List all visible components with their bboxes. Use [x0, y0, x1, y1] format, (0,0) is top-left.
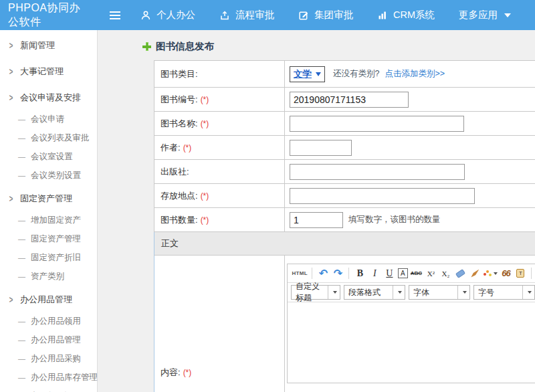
dash-icon: [18, 336, 25, 344]
quantity-label: 图书数量:: [160, 214, 198, 226]
strikethrough-button[interactable]: ABC: [410, 266, 423, 280]
sidebar-item-meeting-apply[interactable]: 会议申请: [0, 110, 97, 128]
undo-icon[interactable]: ↶: [317, 266, 330, 280]
main-content: 图书信息发布 图书类目: 文学 还没有类别? 点击添加类别>> 图书编号:(*): [98, 30, 535, 392]
sidebar-item-add-asset[interactable]: 增加固定资产: [0, 211, 97, 229]
superscript-button[interactable]: X²: [425, 266, 437, 280]
sidebar: 新闻管理 大事记管理 会议申请及安排 会议申请 会议列表及审批 会议室设置 会议…: [0, 30, 98, 392]
required-mark: (*): [201, 191, 209, 201]
nav-item-personal-office[interactable]: 个人办公: [140, 9, 195, 21]
dash-icon: [18, 272, 25, 280]
font-family-select[interactable]: 字体: [409, 285, 470, 300]
nav-item-group-approval[interactable]: 集团审批: [298, 9, 353, 21]
dash-icon: [18, 171, 25, 179]
color-palette-icon[interactable]: [484, 266, 498, 280]
app-logo: PHPOA协同办公软件: [0, 1, 86, 29]
underline-button[interactable]: U: [383, 266, 396, 280]
author-input[interactable]: [290, 140, 352, 156]
paragraph-format-select[interactable]: 段落格式: [344, 285, 405, 300]
form-row-book-no: 图书编号:(*): [154, 88, 535, 112]
category-select[interactable]: 文学: [290, 66, 325, 82]
book-no-input[interactable]: [290, 92, 409, 108]
dash-icon: [18, 134, 25, 142]
sidebar-item-asset-depreciation[interactable]: 固定资产折旧: [0, 248, 97, 267]
process-approval-icon: [219, 10, 230, 21]
book-name-label: 图书名称:: [160, 118, 198, 130]
body-section-header: 正文: [154, 232, 535, 256]
form-row-location: 存放地点:(*): [154, 184, 535, 208]
book-name-input[interactable]: [290, 116, 464, 132]
dash-icon: [18, 115, 25, 123]
user-icon: [140, 10, 151, 21]
nav-item-crm[interactable]: CRM系统: [377, 9, 435, 21]
editor-content-area[interactable]: [288, 302, 535, 383]
editor-toolbar-row1: HTML ↶ ↷ B I U A ABC X² X₂: [288, 264, 535, 283]
sidebar-item-meeting[interactable]: 会议申请及安排: [0, 86, 97, 110]
sidebar-item-supplies-stock[interactable]: 办公用品库存管理: [0, 368, 97, 387]
eraser-icon[interactable]: [454, 266, 467, 280]
sidebar-item-fixed-assets[interactable]: 固定资产管理: [0, 187, 97, 211]
hamburger-menu-icon[interactable]: [110, 11, 118, 19]
custom-title-select[interactable]: 自定义标题: [291, 285, 340, 300]
dash-icon: [18, 216, 25, 224]
blockquote-button[interactable]: 66: [500, 266, 512, 280]
chevron-right-icon: [9, 294, 13, 305]
nav-item-process-approval[interactable]: 流程审批: [219, 9, 274, 21]
category-hint: 还没有类别?: [333, 68, 379, 80]
redo-icon[interactable]: ↷: [332, 266, 344, 280]
publisher-input[interactable]: [290, 164, 465, 180]
sidebar-item-meeting-room[interactable]: 会议室设置: [0, 147, 97, 166]
italic-button[interactable]: I: [368, 266, 381, 280]
subscript-button[interactable]: X₂: [439, 266, 452, 280]
sidebar-item-meeting-list[interactable]: 会议列表及审批: [0, 128, 97, 147]
dash-icon: [18, 153, 25, 161]
add-category-link[interactable]: 点击添加类别>>: [385, 68, 445, 80]
quantity-input[interactable]: [290, 212, 343, 228]
rich-text-editor: HTML ↶ ↷ B I U A ABC X² X₂: [287, 264, 535, 383]
quantity-hint: 填写数字，该图书的数量: [348, 214, 441, 225]
required-mark: (*): [201, 215, 209, 225]
paste-icon[interactable]: T: [514, 266, 527, 280]
form-row-quantity: 图书数量:(*) 填写数字，该图书的数量: [154, 208, 535, 232]
chevron-right-icon: [9, 92, 13, 103]
required-mark: (*): [201, 95, 209, 104]
html-source-button[interactable]: HTML: [292, 266, 308, 280]
sidebar-item-supplies-claim[interactable]: 办公用品领用: [0, 312, 97, 330]
sidebar-item-asset-category[interactable]: 资产类别: [0, 267, 97, 286]
select-caret-icon: [316, 72, 321, 76]
location-input[interactable]: [290, 188, 475, 204]
sidebar-item-meeting-category[interactable]: 会议类别设置: [0, 166, 97, 185]
dash-icon: [18, 235, 25, 243]
font-size-select[interactable]: 字号: [473, 285, 535, 300]
required-mark: (*): [183, 368, 192, 377]
group-approval-icon: [298, 10, 309, 21]
sidebar-item-events[interactable]: 大事记管理: [0, 60, 97, 84]
sidebar-item-asset-manage[interactable]: 固定资产管理: [0, 229, 97, 248]
green-plus-icon: [142, 42, 151, 51]
sidebar-item-supplies-manage[interactable]: 办公用品管理: [0, 330, 97, 349]
chevron-right-icon: [9, 66, 13, 77]
sidebar-item-office-supplies[interactable]: 办公用品管理: [0, 288, 97, 312]
top-bar: PHPOA协同办公软件 个人办公 流程审批 集团审批 CRM系统 更多应用: [0, 0, 535, 30]
dash-icon: [18, 355, 25, 363]
sidebar-item-supplies-purchase[interactable]: 办公用品采购: [0, 349, 97, 368]
nav-item-more-apps[interactable]: 更多应用: [459, 9, 511, 21]
sidebar-item-approval-permission[interactable]: 审批权限设置: [0, 387, 97, 392]
dash-icon: [18, 254, 25, 262]
book-no-label: 图书编号:: [160, 94, 198, 106]
content-label: 内容:: [160, 367, 181, 377]
dash-icon: [18, 373, 25, 381]
editor-toolbar-row2: 自定义标题 段落格式 字体 字号: [288, 283, 535, 302]
autotypeset-button[interactable]: A: [398, 268, 408, 278]
form-row-author: 作者:(*): [154, 136, 535, 160]
page-title: 图书信息发布: [156, 40, 214, 53]
chevron-right-icon: [9, 193, 13, 204]
form-row-content: 内容:(*) HTML ↶ ↷ B I U A: [154, 256, 535, 392]
dash-icon: [18, 317, 25, 325]
sidebar-item-news[interactable]: 新闻管理: [0, 33, 97, 58]
format-brush-icon[interactable]: [469, 266, 481, 280]
crm-chart-icon: [377, 10, 388, 21]
author-label: 作者:: [160, 142, 181, 154]
bold-button[interactable]: B: [354, 266, 366, 280]
top-nav: 个人办公 流程审批 集团审批 CRM系统 更多应用: [140, 9, 535, 21]
